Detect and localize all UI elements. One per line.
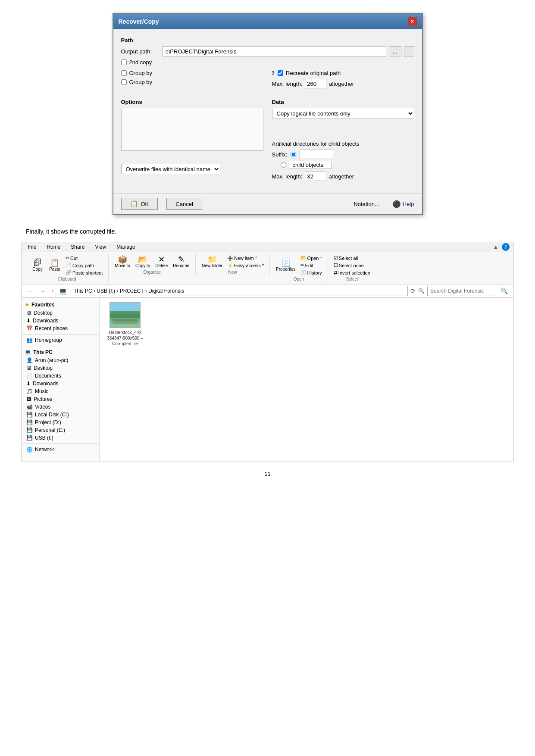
ribbon-open-small: 📂 Open * ✏ Edit 🕐 History xyxy=(299,255,323,276)
favorites-header[interactable]: ★ Favorites xyxy=(22,300,99,309)
sidebar-arun[interactable]: 👤 Arun (arun-pc) xyxy=(22,356,99,364)
recreate-checkbox[interactable] xyxy=(278,70,283,76)
open-icon: 📂 xyxy=(300,255,307,261)
help-button[interactable]: ⚫ Help xyxy=(392,199,414,209)
suffix-input[interactable] xyxy=(300,150,334,159)
max-length-2-input[interactable] xyxy=(305,172,326,181)
menu-home[interactable]: Home xyxy=(44,243,63,251)
menu-view[interactable]: View xyxy=(92,243,109,251)
ribbon-move-to-btn[interactable]: 📦 Move to xyxy=(113,255,132,269)
up-button[interactable]: ↑ xyxy=(50,287,56,295)
properties-icon: 📃 xyxy=(281,259,291,267)
sidebar-project-d[interactable]: 💾 Project (D:) xyxy=(22,419,99,426)
recreate-label: Recreate original path xyxy=(286,70,341,76)
sidebar-downloads[interactable]: ⬇ Downloads xyxy=(22,317,99,325)
sidebar-network[interactable]: 🌐 Network xyxy=(22,446,99,453)
menu-manage[interactable]: Manage xyxy=(114,243,138,251)
search-submit-button[interactable]: 🔍 xyxy=(499,287,510,295)
suffix-radio-child[interactable] xyxy=(281,162,286,168)
max-length-input[interactable] xyxy=(305,79,326,88)
ribbon-copy-btn[interactable]: 🗐 Copy xyxy=(30,258,45,272)
extra-square-button[interactable] xyxy=(404,46,414,56)
ribbon-new-group: 📁 New folder ➕ New item * ⚡ Easy access … xyxy=(196,254,270,275)
easy-access-label: Easy access * xyxy=(234,263,264,268)
file-thumbnail xyxy=(110,302,141,328)
ribbon-select-all-btn[interactable]: ☑ Select all xyxy=(332,255,372,261)
paste-btn-label: Paste xyxy=(49,267,60,272)
copy-icon: 🗐 xyxy=(34,259,41,267)
sidebar-pictures[interactable]: 🖼 Pictures xyxy=(22,395,99,403)
ribbon-new-item-btn[interactable]: ➕ New item * xyxy=(226,255,265,262)
back-button[interactable]: ← xyxy=(25,287,35,295)
this-pc-section: 💻 This PC 👤 Arun (arun-pc) 🖥 Desktop 📄 D… xyxy=(22,348,99,442)
ribbon-invert-btn[interactable]: ⇄ Invert selection xyxy=(332,269,372,276)
overwrite-select[interactable]: Overwrite files with identical names xyxy=(121,164,220,174)
group-by-1-checkbox[interactable] xyxy=(121,70,127,76)
ribbon-delete-btn[interactable]: ✕ Delete xyxy=(153,255,169,269)
sidebar-homegroup[interactable]: 👥 Homegroup xyxy=(22,336,99,344)
easy-access-icon: ⚡ xyxy=(227,263,233,269)
ribbon-copy-to-btn[interactable]: 📂 Copy to xyxy=(134,255,152,269)
ribbon-rename-btn[interactable]: ✎ Rename xyxy=(171,255,191,269)
new-item-label: New item * xyxy=(234,256,257,261)
disk-d-icon: 💾 xyxy=(26,419,33,425)
max-length-2-unit: altogether xyxy=(329,173,354,180)
this-pc-header[interactable]: 💻 This PC xyxy=(22,348,99,356)
menu-share[interactable]: Share xyxy=(68,243,87,251)
notation-button[interactable]: Notation... xyxy=(349,199,383,209)
ribbon-paste-shortcut-btn[interactable]: 🔗 Paste shortcut xyxy=(64,269,104,276)
group-by-1-row: Group by xyxy=(121,70,263,76)
sidebar-local-disk[interactable]: 💾 Local Disk (C:) xyxy=(22,411,99,419)
second-copy-checkbox[interactable] xyxy=(121,59,127,65)
output-path-input[interactable] xyxy=(163,46,386,56)
select-none-icon: ☐ xyxy=(334,262,338,268)
videos-icon: 📹 xyxy=(26,404,33,410)
forward-button[interactable]: → xyxy=(38,287,47,295)
suffix-row: Suffix: xyxy=(272,150,414,159)
sidebar-recent-places[interactable]: 📅 Recent places xyxy=(22,325,99,332)
sidebar-downloads-2[interactable]: ⬇ Downloads xyxy=(22,380,99,387)
sidebar-documents[interactable]: 📄 Documents xyxy=(22,372,99,380)
browse-button[interactable]: ... xyxy=(389,46,401,56)
group-by-1-label: Group by xyxy=(129,70,152,76)
cut-label: Cut xyxy=(70,256,78,261)
file-item[interactable]: shutterstock_442334347-900x500 –Corrupte… xyxy=(106,302,144,347)
ribbon-cut-btn[interactable]: ✂ Cut xyxy=(64,255,104,261)
documents-icon: 📄 xyxy=(26,373,33,379)
ribbon-easy-access-btn[interactable]: ⚡ Easy access * xyxy=(226,262,265,269)
copy-btn-label: Copy xyxy=(32,267,42,272)
refresh-button[interactable]: ⟳ xyxy=(410,287,416,294)
clipboard-group-label: Clipboard xyxy=(58,277,76,281)
ribbon-open-btn[interactable]: 📂 Open * xyxy=(299,255,323,261)
overwrite-row-container: Overwrite files with identical names xyxy=(121,164,263,174)
sidebar-desktop[interactable]: 🖥 Desktop xyxy=(22,309,99,317)
open-group-label: Open xyxy=(294,277,304,281)
ok-button[interactable]: 📋 OK xyxy=(121,198,158,210)
data-dropdown[interactable]: Copy logical file contents only xyxy=(272,108,414,119)
search-input[interactable] xyxy=(427,286,496,296)
cancel-button[interactable]: Cancel xyxy=(166,198,202,210)
menu-file[interactable]: File xyxy=(25,243,39,251)
help-circle-icon[interactable]: ? xyxy=(502,243,510,251)
suffix-radio-selected[interactable] xyxy=(291,152,296,157)
sidebar-videos[interactable]: 📹 Videos xyxy=(22,403,99,411)
ribbon-edit-btn[interactable]: ✏ Edit xyxy=(299,262,323,269)
sidebar-usb[interactable]: 💾 USB (I:) xyxy=(22,434,99,442)
ribbon-select-none-btn[interactable]: ☐ Select none xyxy=(332,262,372,269)
select-group-label: Select xyxy=(346,277,358,281)
close-button[interactable]: × xyxy=(408,17,417,26)
address-input[interactable] xyxy=(70,286,408,296)
recent-icon: 📅 xyxy=(26,325,33,331)
sidebar-personal-e[interactable]: 💾 Personal (E:) xyxy=(22,426,99,434)
sidebar-music[interactable]: 🎵 Music xyxy=(22,387,99,395)
group-by-2-checkbox[interactable] xyxy=(121,79,127,85)
desktop-icon: 🖥 xyxy=(26,310,31,316)
second-copy-row: 2nd copy xyxy=(121,59,414,66)
ribbon-paste-btn[interactable]: 📋 Paste xyxy=(47,258,63,272)
ribbon-properties-btn[interactable]: 📃 Properties xyxy=(274,258,297,272)
ribbon-history-btn[interactable]: 🕐 History xyxy=(299,269,323,276)
path-section-label: Path xyxy=(121,37,414,44)
ribbon-new-folder-btn[interactable]: 📁 New folder xyxy=(200,255,224,269)
sidebar-desktop-2[interactable]: 🖥 Desktop xyxy=(22,364,99,372)
ribbon-copy-path-btn[interactable]: 📄 Copy path xyxy=(64,262,104,269)
